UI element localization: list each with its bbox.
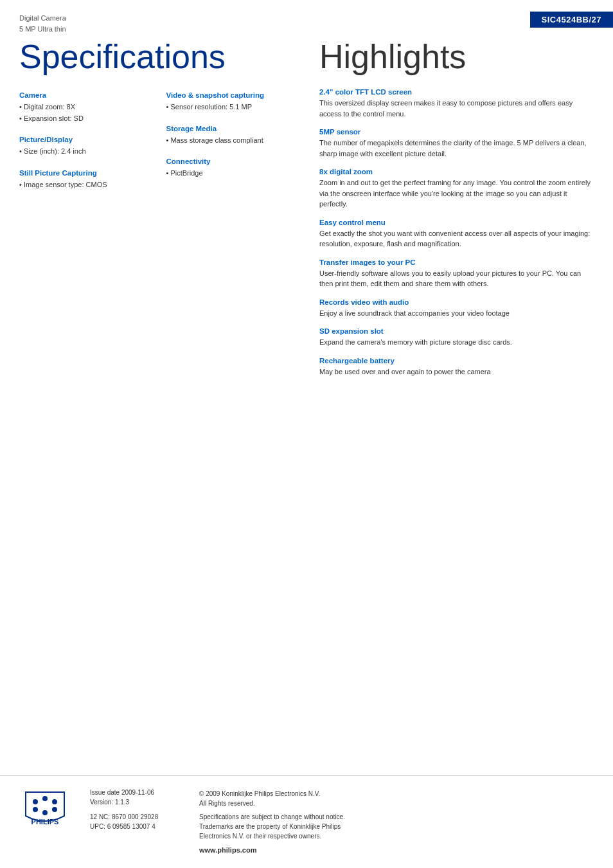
footer-issue-date: Issue date 2009-11-06 xyxy=(90,789,173,796)
nc-value: 8670 000 29028 xyxy=(112,813,158,820)
spec-item: Size (inch): 2.4 inch xyxy=(19,146,147,158)
highlight-item-battery: Rechargeable battery May be used over an… xyxy=(319,357,594,377)
footer: PHILIPS Issue date 2009-11-06 Version: 1… xyxy=(0,775,613,869)
product-type: Digital Camera 5 MP Ultra thin xyxy=(19,13,66,34)
highlights-list: 2.4" color TFT LCD screen This oversized… xyxy=(319,88,594,377)
spec-item: Image sensor type: CMOS xyxy=(19,179,147,191)
spec-item: Sensor resolution: 5.1 MP xyxy=(166,102,294,113)
spec-video-title: Video & snapshot capturing xyxy=(166,91,294,99)
version-value: 1.1.3 xyxy=(115,799,129,806)
highlight-desc: Expand the camera's memory with picture … xyxy=(319,337,594,348)
highlight-desc: Enjoy a live soundtrack that accompanies… xyxy=(319,308,594,319)
highlight-desc: The number of megapixels determines the … xyxy=(319,138,594,159)
product-subtitle: 5 MP Ultra thin xyxy=(19,24,66,35)
highlight-title: 2.4" color TFT LCD screen xyxy=(319,88,594,96)
highlight-item-menu: Easy control menu Get exactly the shot y… xyxy=(319,219,594,249)
highlight-desc: May be used over and over again to power… xyxy=(319,366,594,377)
spec-storage-title: Storage Media xyxy=(166,125,294,132)
highlight-desc: User-friendly software allows you to eas… xyxy=(319,268,594,289)
svg-point-2 xyxy=(52,799,57,804)
highlight-title: Transfer images to your PC xyxy=(319,258,594,266)
highlight-item-video: Records video with audio Enjoy a live so… xyxy=(319,298,594,319)
spec-section-connectivity: Connectivity PictBridge xyxy=(166,158,294,179)
specs-right-column: Video & snapshot capturing Sensor resolu… xyxy=(166,91,294,202)
philips-logo: PHILIPS xyxy=(19,789,71,827)
issue-date-value: 2009-11-06 xyxy=(121,789,154,796)
svg-text:PHILIPS: PHILIPS xyxy=(31,818,59,826)
svg-point-1 xyxy=(42,796,48,801)
highlight-item-transfer: Transfer images to your PC User-friendly… xyxy=(319,258,594,289)
spec-display-title: Picture/Display xyxy=(19,136,147,143)
highlight-title: 5MP sensor xyxy=(319,128,594,136)
spec-section-still: Still Picture Capturing Image sensor typ… xyxy=(19,169,147,191)
spec-section-camera: Camera Digital zoom: 8X Expansion slot: … xyxy=(19,91,147,124)
upc-label: UPC: xyxy=(90,823,105,830)
upc-value: 6 09585 13007 4 xyxy=(107,823,155,830)
highlight-title: 8x digital zoom xyxy=(319,168,594,176)
nc-label: 12 NC: xyxy=(90,813,110,820)
highlight-desc: Get exactly the shot you want with conve… xyxy=(319,228,594,249)
spec-item: Expansion slot: SD xyxy=(19,113,147,125)
copyright-text: © 2009 Koninklijke Philips Electronics N… xyxy=(199,789,594,808)
spec-connectivity-title: Connectivity xyxy=(166,158,294,165)
highlight-item-zoom: 8x digital zoom Zoom in and out to get t… xyxy=(319,168,594,210)
svg-point-3 xyxy=(33,807,38,812)
footer-meta: Issue date 2009-11-06 Version: 1.1.3 12 … xyxy=(90,789,173,830)
highlight-title: Easy control menu xyxy=(319,219,594,226)
spec-section-video: Video & snapshot capturing Sensor resolu… xyxy=(166,91,294,113)
highlight-desc: Zoom in and out to get the perfect frami… xyxy=(319,177,594,210)
svg-point-4 xyxy=(42,810,48,815)
footer-nc: 12 NC: 8670 000 29028 xyxy=(90,813,173,820)
highlights-title: Highlights xyxy=(319,39,594,75)
legal-text: Specifications are subject to change wit… xyxy=(199,812,594,841)
model-number: SIC4524BB/27 xyxy=(530,12,613,28)
product-category: Digital Camera xyxy=(19,13,66,24)
version-label: Version: xyxy=(90,799,113,806)
highlight-title: Rechargeable battery xyxy=(319,357,594,365)
svg-point-5 xyxy=(52,807,57,812)
spec-item: Digital zoom: 8X xyxy=(19,102,147,113)
highlight-desc: This oversized display screen makes it e… xyxy=(319,98,594,119)
svg-point-0 xyxy=(33,799,38,804)
specifications-section: Specifications Camera Digital zoom: 8X E… xyxy=(19,39,306,386)
highlight-item-lcd: 2.4" color TFT LCD screen This oversized… xyxy=(319,88,594,119)
footer-legal: © 2009 Koninklijke Philips Electronics N… xyxy=(199,789,594,856)
highlight-item-sd: SD expansion slot Expand the camera's me… xyxy=(319,327,594,348)
specifications-title: Specifications xyxy=(19,39,294,75)
specs-left-column: Camera Digital zoom: 8X Expansion slot: … xyxy=(19,91,147,202)
highlight-title: SD expansion slot xyxy=(319,327,594,335)
footer-version: Version: 1.1.3 xyxy=(90,799,173,806)
specs-columns: Camera Digital zoom: 8X Expansion slot: … xyxy=(19,91,294,202)
highlight-title: Records video with audio xyxy=(319,298,594,306)
spec-section-display: Picture/Display Size (inch): 2.4 inch xyxy=(19,136,147,158)
spec-camera-title: Camera xyxy=(19,91,147,99)
spec-item: PictBridge xyxy=(166,168,294,179)
issue-date-label: Issue date xyxy=(90,789,120,796)
footer-upc: UPC: 6 09585 13007 4 xyxy=(90,823,173,830)
spec-section-storage: Storage Media Mass storage class complia… xyxy=(166,125,294,147)
website-url: www.philips.com xyxy=(199,845,594,856)
spec-still-title: Still Picture Capturing xyxy=(19,169,147,177)
spec-item: Mass storage class compliant xyxy=(166,135,294,147)
highlight-item-sensor: 5MP sensor The number of megapixels dete… xyxy=(319,128,594,159)
highlights-section: Highlights 2.4" color TFT LCD screen Thi… xyxy=(306,39,594,386)
